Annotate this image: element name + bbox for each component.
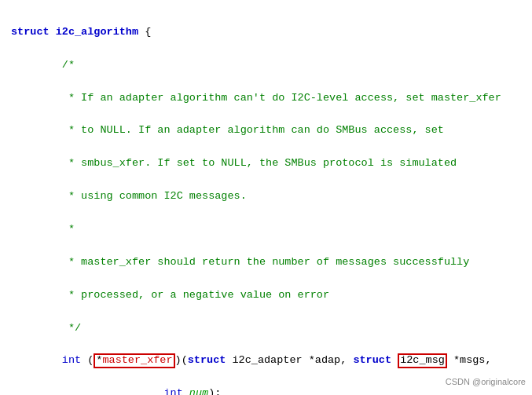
num-param-1: num <box>189 387 208 395</box>
comment-7: * master_xfer should return the number o… <box>62 256 469 268</box>
master-xfer-highlight: *master_xfer <box>94 353 174 368</box>
comment-5: * using common I2C messages. <box>62 190 247 202</box>
line-comment-4: * smbus_xfer. If set to NULL, the SMBus … <box>11 155 521 172</box>
master-xfer-func: master_xfer <box>102 354 172 366</box>
line-comment-5: * using common I2C messages. <box>11 188 521 205</box>
comment-open: /* <box>62 59 75 71</box>
watermark: CSDN @originalcore <box>446 375 526 389</box>
int-type-2: int <box>163 387 182 395</box>
comment-4: * smbus_xfer. If set to NULL, the SMBus … <box>62 157 457 169</box>
line-comment-9: */ <box>11 320 521 337</box>
struct-name: i2c_algorithm <box>56 26 138 38</box>
comment-2: * If an adapter algorithm can't do I2C-l… <box>62 92 501 104</box>
line-comment-2: * If an adapter algorithm can't do I2C-l… <box>11 90 521 107</box>
line-comment-3: * to NULL. If an adapter algorithm can d… <box>11 123 521 139</box>
line-comment-7: * master_xfer should return the number o… <box>11 254 521 271</box>
int-type-1: int <box>62 354 81 366</box>
comment-6: * <box>62 223 75 235</box>
line-master-xfer-cont: int num); <box>11 386 521 395</box>
line-struct-decl: struct i2c_algorithm { <box>11 24 521 41</box>
comment-8: * processed, or a negative value on erro… <box>62 289 329 301</box>
line-comment-1: /* <box>11 57 521 74</box>
line-master-xfer-decl: int (*master_xfer)(struct i2c_adapter *a… <box>11 353 521 369</box>
struct-keyword: struct <box>11 26 50 38</box>
struct-kw-2: struct <box>353 354 391 366</box>
comment-close: */ <box>62 322 81 334</box>
i2c-msg-highlight: i2c_msg <box>398 353 447 368</box>
comment-3: * to NULL. If an adapter algorithm can d… <box>62 124 444 136</box>
struct-kw-1: struct <box>188 354 226 366</box>
code-container: struct i2c_algorithm { /* * If an adapte… <box>11 8 521 395</box>
line-comment-8: * processed, or a negative value on erro… <box>11 287 521 304</box>
line-comment-6: * <box>11 221 521 238</box>
